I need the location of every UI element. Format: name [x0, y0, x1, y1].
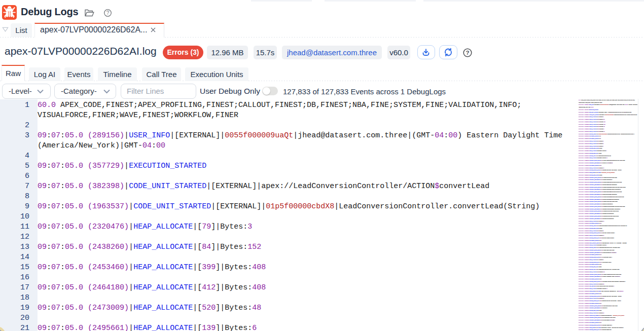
- svg-text:?: ?: [466, 50, 469, 56]
- svg-text:?: ?: [106, 10, 110, 16]
